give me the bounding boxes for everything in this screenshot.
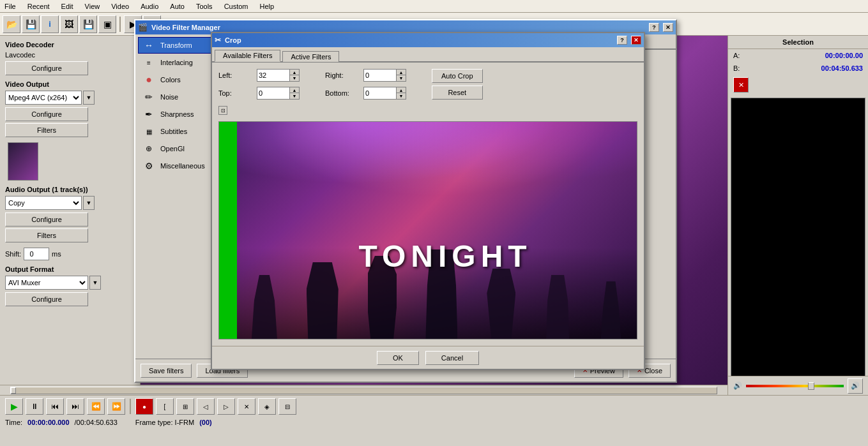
toolbar-square[interactable]: ▣ xyxy=(98,15,116,33)
dancer-7 xyxy=(600,281,622,339)
top-input-wrap: ▲ ▼ xyxy=(257,87,300,100)
filter-label-colors: Colors xyxy=(160,76,181,84)
crop-help-btn[interactable]: ? xyxy=(617,36,627,45)
transport-prev-btn[interactable]: ⏮ xyxy=(46,398,64,415)
vo-configure-btn[interactable]: Configure xyxy=(5,107,88,121)
ao-filters-btn[interactable]: Filters xyxy=(5,228,88,242)
crop-tab-available[interactable]: Available Filters xyxy=(215,50,280,62)
toolbar-info[interactable]: i xyxy=(41,15,59,33)
mark-in-btn[interactable]: [ xyxy=(156,398,174,415)
toolbar-sep1 xyxy=(119,17,121,32)
crop-left-fields: Left: ▲ ▼ Right: ▲ ▼ xyxy=(218,69,406,100)
reset-btn[interactable]: Reset xyxy=(432,85,483,100)
crop-preview-inner: TONIGHT xyxy=(219,122,637,339)
shift-input[interactable] xyxy=(24,248,49,260)
filter-label-noise: Noise xyxy=(160,93,178,101)
save-filters-btn[interactable]: Save filters xyxy=(141,364,192,378)
transport-pause-btn[interactable]: ⏸ xyxy=(26,398,43,415)
toolbar-save[interactable]: 💾 xyxy=(22,15,40,33)
mark-out-btn[interactable]: ⊞ xyxy=(176,398,194,415)
menu-recent[interactable]: Recent xyxy=(26,2,52,11)
video-output-section: Video Output Mpeg4 AVC (x264) ▼ Configur… xyxy=(5,80,135,137)
toolbar-open[interactable]: 📂 xyxy=(3,15,20,33)
menu-view[interactable]: View xyxy=(83,2,102,11)
top-input[interactable] xyxy=(257,87,289,99)
ao-configure-btn[interactable]: Configure xyxy=(5,212,88,227)
mark-btn2[interactable]: ◈ xyxy=(258,398,276,415)
cancel-btn[interactable]: Cancel xyxy=(425,351,479,365)
opengl-icon: ⊕ xyxy=(142,143,155,154)
menu-audio[interactable]: Audio xyxy=(139,2,160,11)
prev-marker-btn[interactable]: ◁ xyxy=(197,398,215,415)
menu-video[interactable]: Video xyxy=(109,2,131,11)
bottom-spin-up[interactable]: ▲ xyxy=(397,87,406,93)
menu-help[interactable]: Help xyxy=(258,2,277,11)
filter-label-interlacing: Interlacing xyxy=(160,59,193,66)
dancer-2 xyxy=(307,262,339,339)
output-format-arrow[interactable]: ▼ xyxy=(89,276,101,290)
mark-btn3[interactable]: ⊟ xyxy=(278,398,296,415)
right-label: Right: xyxy=(325,71,351,79)
left-input[interactable] xyxy=(257,70,289,81)
green-crop-strip xyxy=(219,122,237,339)
colors-icon: ● xyxy=(142,74,155,85)
scroll-track[interactable] xyxy=(10,387,717,394)
top-spin-up[interactable]: ▲ xyxy=(290,87,299,93)
menu-auto[interactable]: Auto xyxy=(168,2,187,11)
menu-custom[interactable]: Custom xyxy=(222,2,250,11)
volume-slider[interactable] xyxy=(746,385,844,387)
left-spin-down[interactable]: ▼ xyxy=(290,75,299,81)
video-format-arrow[interactable]: ▼ xyxy=(83,91,95,105)
interlacing-icon: ≡ xyxy=(142,57,155,68)
next-marker-btn[interactable]: ▷ xyxy=(217,398,235,415)
b-label: B: xyxy=(733,64,740,72)
top-spin-down[interactable]: ▼ xyxy=(290,93,299,99)
transport-next-btn[interactable]: ⏭ xyxy=(66,398,84,415)
transport-sep xyxy=(130,399,131,414)
output-format-select[interactable]: AVI Muxer xyxy=(5,276,88,290)
transport-forward-btn[interactable]: ⏩ xyxy=(107,398,125,415)
crop-preview: TONIGHT xyxy=(218,121,637,339)
vfm-help-btn[interactable]: ? xyxy=(649,23,659,32)
right-spin-up[interactable]: ▲ xyxy=(397,70,406,75)
shift-unit: ms xyxy=(52,250,61,258)
sel-icon-btn[interactable]: ✕ xyxy=(733,77,749,93)
resize-handle[interactable]: ⊡ xyxy=(218,106,227,115)
left-spin-up[interactable]: ▲ xyxy=(290,70,299,75)
crop-footer: OK Cancel xyxy=(212,346,644,369)
toolbar-save2[interactable]: 💾 xyxy=(79,15,97,33)
frame-count: (00) xyxy=(199,419,212,426)
black-preview xyxy=(731,98,865,392)
vo-filters-btn[interactable]: Filters xyxy=(5,123,88,137)
volume-area: 🔊 🔊 xyxy=(727,376,868,395)
menu-tools[interactable]: Tools xyxy=(194,2,215,11)
transport-play-btn[interactable]: ▶ xyxy=(5,398,23,415)
video-format-select[interactable]: Mpeg4 AVC (x264) xyxy=(5,91,82,105)
scroll-thumb[interactable] xyxy=(11,387,16,394)
crop-close-btn[interactable]: ✕ xyxy=(631,36,641,45)
audio-copy-select[interactable]: Copy xyxy=(5,196,82,210)
current-time: 00:00:00.000 xyxy=(27,419,69,426)
left-input-wrap: ▲ ▼ xyxy=(257,69,300,82)
of-configure-btn[interactable]: Configure xyxy=(5,292,88,306)
transport-back-btn[interactable]: ⏪ xyxy=(87,398,105,415)
vd-configure-btn[interactable]: Configure xyxy=(5,61,88,75)
right-spin-down[interactable]: ▼ xyxy=(397,75,406,81)
record-btn[interactable]: ● xyxy=(135,398,153,415)
del-marker-btn[interactable]: ✕ xyxy=(238,398,255,415)
speaker-btn[interactable]: 🔊 xyxy=(848,378,863,394)
toolbar-image[interactable]: 🖼 xyxy=(60,15,78,33)
b-time: 00:04:50.633 xyxy=(821,64,863,72)
ok-btn[interactable]: OK xyxy=(377,351,419,365)
audio-copy-arrow[interactable]: ▼ xyxy=(83,196,95,210)
auto-crop-btn[interactable]: Auto Crop xyxy=(432,69,483,83)
crop-tab-active[interactable]: Active Filters xyxy=(282,51,339,62)
bottom-input[interactable] xyxy=(364,87,396,99)
menu-file[interactable]: File xyxy=(3,2,18,11)
bottom-spin-down[interactable]: ▼ xyxy=(397,93,406,99)
menu-edit[interactable]: Edit xyxy=(59,2,75,11)
crop-titlebar: ✂ Crop ? ✕ xyxy=(212,33,644,47)
vfm-close-btn[interactable]: ✕ xyxy=(663,23,673,32)
right-input[interactable] xyxy=(364,70,396,81)
video-decoder-section: Video Decoder Lavcodec Configure xyxy=(5,41,135,75)
